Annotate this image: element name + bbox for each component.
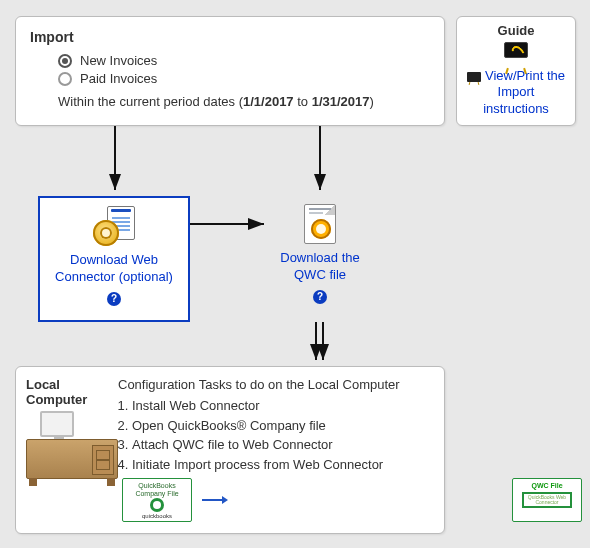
mini-diagram: QuickBooks Company File quickbooks QWC F… xyxy=(122,478,582,522)
easel-mini-icon xyxy=(467,72,481,82)
local-computer-title: Local Computer xyxy=(26,377,118,407)
local-task-3: Attach QWC file to Web Connector xyxy=(132,435,582,455)
local-task-4: Initiate Import process from Web Connect… xyxy=(132,455,582,475)
guide-panel: Guide View/Print the Import instructions xyxy=(456,16,576,126)
local-tasks-title: Configuration Tasks to do on the Local C… xyxy=(118,377,582,392)
guide-link-text: View/Print the Import instructions xyxy=(483,68,565,116)
period-to: to xyxy=(294,94,312,109)
period-suffix: ) xyxy=(370,94,374,109)
radio-row-paid-invoices[interactable]: Paid Invoices xyxy=(58,71,430,86)
desk-computer-icon xyxy=(26,411,118,479)
period-line: Within the current period dates (1/1/201… xyxy=(58,94,430,109)
guide-title: Guide xyxy=(463,23,569,38)
download-web-connector-box: Download Web Connector (optional) ? xyxy=(38,196,190,322)
mini-qwc-file: QWC File QuickBooks Web Connector xyxy=(512,478,582,522)
easel-icon xyxy=(502,42,530,64)
period-prefix: Within the current period dates ( xyxy=(58,94,243,109)
mini-qwc-file-title: QWC File xyxy=(515,482,579,490)
mini-company-file: QuickBooks Company File quickbooks xyxy=(122,478,192,522)
local-tasks-list: Install Web Connector Open QuickBooks® C… xyxy=(132,396,582,474)
web-connector-icon xyxy=(93,206,135,246)
import-panel: Import New Invoices Paid Invoices Within… xyxy=(15,16,445,126)
radio-paid-invoices-label: Paid Invoices xyxy=(80,71,157,86)
guide-link[interactable]: View/Print the Import instructions xyxy=(463,68,569,117)
download-web-connector-link[interactable]: Download Web Connector (optional) xyxy=(40,252,188,286)
mini-company-file-line1: QuickBooks xyxy=(125,482,189,490)
download-qwc-box: Download the QWC file ? xyxy=(270,196,370,322)
local-task-1: Install Web Connector xyxy=(132,396,582,416)
mini-company-file-foot: quickbooks xyxy=(125,513,189,520)
help-icon-qwc[interactable]: ? xyxy=(313,290,327,304)
qwc-file-icon xyxy=(304,204,336,244)
local-computer-panel: Local Computer Configuration Tasks to do… xyxy=(15,366,445,534)
mini-company-file-line2: Company File xyxy=(125,490,189,498)
radio-new-invoices-label: New Invoices xyxy=(80,53,157,68)
svg-marker-6 xyxy=(222,496,228,504)
help-icon-web-connector[interactable]: ? xyxy=(107,292,121,306)
radio-row-new-invoices[interactable]: New Invoices xyxy=(58,53,430,68)
radio-paid-invoices[interactable] xyxy=(58,72,72,86)
period-start: 1/1/2017 xyxy=(243,94,294,109)
period-end: 1/31/2017 xyxy=(312,94,370,109)
import-title: Import xyxy=(30,29,430,45)
mini-qwc-file-inner: QuickBooks Web Connector xyxy=(522,492,572,508)
mini-arrow-icon xyxy=(202,494,502,506)
radio-new-invoices[interactable] xyxy=(58,54,72,68)
download-qwc-link[interactable]: Download the QWC file xyxy=(270,250,370,284)
local-task-2: Open QuickBooks® Company file xyxy=(132,416,582,436)
